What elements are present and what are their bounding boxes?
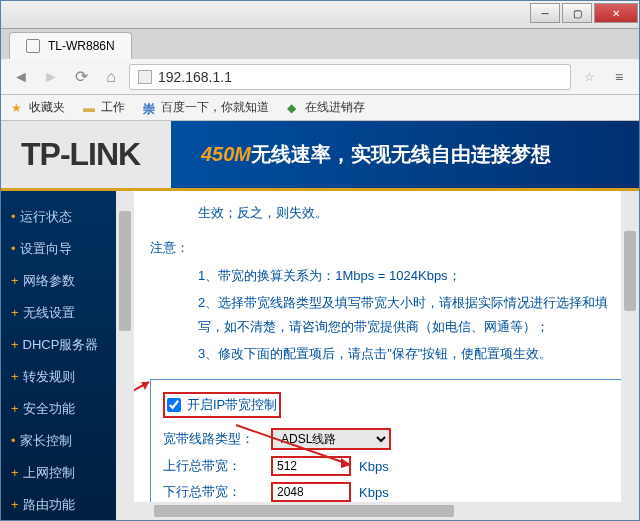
svg-marker-1 — [141, 382, 149, 390]
bookmarks-bar: ★ 收藏夹 ▬ 工作 崇 百度一下，你就知道 ◆ 在线进销存 — [1, 95, 639, 121]
site-icon: ◆ — [287, 101, 301, 115]
browser-tab[interactable]: TL-WR886N — [9, 32, 132, 59]
star-icon: ★ — [11, 101, 25, 115]
back-button[interactable]: ◄ — [9, 65, 33, 89]
browser-tab-bar: TL-WR886N — [1, 29, 639, 59]
sidebar-item-network[interactable]: +网络参数 — [1, 265, 116, 297]
unit-label: Kbps — [359, 459, 389, 474]
downstream-label: 下行总带宽： — [163, 483, 263, 501]
note-2: 2、选择带宽线路类型及填写带宽大小时，请根据实际情况进行选择和填写，如不清楚，请… — [150, 291, 623, 338]
bookmark-label: 百度一下，你就知道 — [161, 99, 269, 116]
sidebar-label: 家长控制 — [20, 433, 72, 448]
banner-highlight: 450M — [201, 143, 251, 165]
file-icon — [138, 70, 152, 84]
upstream-label: 上行总带宽： — [163, 457, 263, 475]
note-label: 注意： — [150, 236, 623, 259]
scroll-corner — [621, 502, 639, 520]
sidebar-label: 路由功能 — [23, 497, 75, 512]
line-type-label: 宽带线路类型： — [163, 430, 263, 448]
sidebar-item-dhcp[interactable]: +DHCP服务器 — [1, 329, 116, 361]
banner-rest: 无线速率，实现无线自由连接梦想 — [251, 143, 551, 165]
sidebar-label: 安全功能 — [23, 401, 75, 416]
menu-icon[interactable]: ≡ — [607, 69, 631, 85]
sidebar-label: 设置向导 — [20, 241, 72, 256]
note-3: 3、修改下面的配置项后，请点击"保存"按钮，使配置项生效。 — [150, 342, 623, 365]
annotation-arrow-icon — [134, 370, 161, 410]
logo: TP-LINK — [21, 136, 140, 173]
maximize-button[interactable]: ▢ — [562, 3, 592, 23]
sidebar-label: 上网控制 — [23, 465, 75, 480]
sidebar-item-wizard[interactable]: •设置向导 — [1, 233, 116, 265]
note-1: 1、带宽的换算关系为：1Mbps = 1024Kbps； — [150, 264, 623, 287]
line-type-select[interactable]: ADSL线路 — [271, 428, 391, 450]
reload-button[interactable]: ⟳ — [69, 65, 93, 89]
forward-button[interactable]: ► — [39, 65, 63, 89]
url-input[interactable]: 192.168.1.1 — [129, 64, 571, 90]
bookmark-online[interactable]: ◆ 在线进销存 — [287, 99, 365, 116]
enable-bandwidth-checkbox[interactable] — [167, 398, 181, 412]
enable-bandwidth-row: 开启IP带宽控制 — [163, 392, 281, 418]
sidebar-item-wireless[interactable]: +无线设置 — [1, 297, 116, 329]
bookmark-baidu[interactable]: 崇 百度一下，你就知道 — [143, 99, 269, 116]
close-button[interactable]: ✕ — [594, 3, 638, 23]
unit-label: Kbps — [359, 485, 389, 500]
folder-icon: ▬ — [83, 101, 97, 115]
bookmark-label: 工作 — [101, 99, 125, 116]
downstream-input[interactable] — [271, 482, 351, 502]
main-area: •运行状态 •设置向导 +网络参数 +无线设置 +DHCP服务器 +转发规则 +… — [1, 191, 639, 520]
address-bar: ◄ ► ⟳ ⌂ 192.168.1.1 ☆ ≡ — [1, 59, 639, 95]
banner: TP-LINK 450M无线速率，实现无线自由连接梦想 — [1, 121, 639, 191]
sidebar-label: 网络参数 — [23, 273, 75, 288]
minimize-button[interactable]: ─ — [530, 3, 560, 23]
svg-line-0 — [134, 382, 149, 405]
page-icon — [26, 39, 40, 53]
home-button[interactable]: ⌂ — [99, 65, 123, 89]
panel-vertical-scrollbar[interactable] — [621, 191, 639, 502]
sidebar-item-access[interactable]: +上网控制 — [1, 457, 116, 489]
sidebar-item-routing[interactable]: +路由功能 — [1, 489, 116, 520]
bookmark-work[interactable]: ▬ 工作 — [83, 99, 125, 116]
tab-title: TL-WR886N — [48, 39, 115, 53]
banner-slogan: 450M无线速率，实现无线自由连接梦想 — [201, 141, 551, 168]
bookmark-favorites[interactable]: ★ 收藏夹 — [11, 99, 65, 116]
window-title-bar: ─ ▢ ✕ — [1, 1, 639, 29]
bookmark-label: 在线进销存 — [305, 99, 365, 116]
enable-label: 开启IP带宽控制 — [187, 396, 277, 414]
sidebar-item-parental[interactable]: •家长控制 — [1, 425, 116, 457]
bookmark-label: 收藏夹 — [29, 99, 65, 116]
sidebar-label: 转发规则 — [23, 369, 75, 384]
sidebar-nav: •运行状态 •设置向导 +网络参数 +无线设置 +DHCP服务器 +转发规则 +… — [1, 191, 116, 520]
sidebar-item-forward[interactable]: +转发规则 — [1, 361, 116, 393]
baidu-icon: 崇 — [143, 101, 157, 115]
upstream-input[interactable] — [271, 456, 351, 476]
sidebar-label: 无线设置 — [23, 305, 75, 320]
content-panel: 生效；反之，则失效。 注意： 1、带宽的换算关系为：1Mbps = 1024Kb… — [134, 191, 639, 520]
sidebar-item-security[interactable]: +安全功能 — [1, 393, 116, 425]
sidebar-label: DHCP服务器 — [23, 337, 99, 352]
panel-horizontal-scrollbar[interactable] — [134, 502, 621, 520]
sidebar-scrollbar[interactable] — [116, 191, 134, 520]
sidebar-item-status[interactable]: •运行状态 — [1, 201, 116, 233]
url-text: 192.168.1.1 — [158, 69, 232, 85]
page-content: TP-LINK 450M无线速率，实现无线自由连接梦想 •运行状态 •设置向导 … — [1, 121, 639, 520]
config-box: 开启IP带宽控制 宽带线路类型： ADSL线路 上行总带宽： Kbps 下行总带… — [150, 379, 623, 520]
bookmark-star-icon[interactable]: ☆ — [577, 70, 601, 84]
sidebar-label: 运行状态 — [20, 209, 72, 224]
intro-tail: 生效；反之，则失效。 — [150, 201, 623, 224]
